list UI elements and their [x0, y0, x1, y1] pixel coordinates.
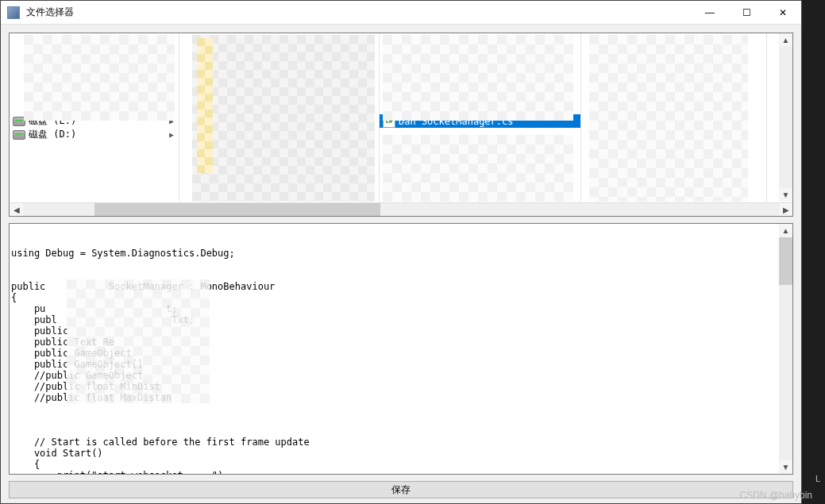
- maximize-button[interactable]: ☐: [728, 1, 765, 25]
- minimize-button[interactable]: —: [692, 1, 728, 25]
- save-button[interactable]: 保存: [9, 481, 793, 498]
- preview-scroll-thumb[interactable]: [779, 237, 792, 285]
- h-scroll-track[interactable]: [23, 203, 779, 216]
- save-bar: 保存: [9, 481, 793, 498]
- preview-panel: using Debug = System.Diagnostics.Debug; …: [9, 223, 793, 475]
- horizontal-scrollbar[interactable]: ◀ ▶: [10, 202, 792, 216]
- preview-scroll-track[interactable]: [779, 237, 792, 460]
- chevron-right-icon: ▶: [169, 130, 174, 139]
- censored-region: [197, 38, 213, 173]
- censored-region: [192, 35, 375, 202]
- censored-region: [589, 35, 748, 202]
- censored-region: [383, 35, 573, 121]
- file-browser: ▶▶▶▶▶▶磁盘 (E:)▶磁盘 (D:)▶ ▶▶▶▶▶▶▶▶▶▶▶▶ ▶▶▶▶…: [9, 33, 793, 217]
- window-title: 文件选择器: [26, 6, 692, 19]
- watermark: CSDN @babybin: [739, 490, 812, 501]
- censored-region: [383, 135, 573, 202]
- titlebar[interactable]: 文件选择器 — ☐ ✕: [1, 1, 801, 25]
- close-button[interactable]: ✕: [765, 1, 801, 25]
- drive-icon: [13, 130, 25, 140]
- scroll-right-button[interactable]: ▶: [779, 203, 792, 217]
- ide-hint-char: L: [815, 474, 820, 483]
- scroll-left-button[interactable]: ◀: [10, 203, 23, 217]
- h-scroll-thumb[interactable]: [94, 203, 380, 217]
- list-item[interactable]: 磁盘 (D:)▶: [10, 128, 179, 141]
- app-icon: [7, 6, 20, 19]
- preview-scroll-down[interactable]: ▼: [779, 460, 792, 474]
- preview-scroll-up[interactable]: ▲: [779, 224, 792, 237]
- preview-scrollbar[interactable]: ▲ ▼: [779, 224, 792, 474]
- censored-region: [24, 35, 175, 121]
- item-label: 磁盘 (D:): [29, 128, 76, 141]
- file-picker-window: 文件选择器 — ☐ ✕ ▶▶▶▶▶▶磁盘 (E:)▶磁盘 (D:)▶ ▶▶▶▶▶…: [0, 0, 802, 504]
- ide-background-strip: L: [802, 0, 825, 504]
- content-area: ▶▶▶▶▶▶磁盘 (E:)▶磁盘 (D:)▶ ▶▶▶▶▶▶▶▶▶▶▶▶ ▶▶▶▶…: [1, 25, 801, 503]
- censored-region: [67, 279, 210, 403]
